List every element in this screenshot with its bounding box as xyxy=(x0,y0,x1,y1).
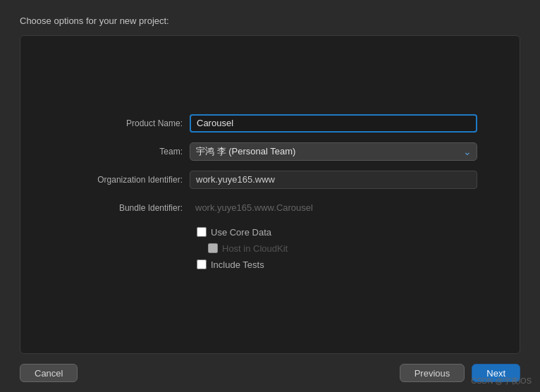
use-core-data-row: Use Core Data xyxy=(63,227,477,238)
previous-button[interactable]: Previous xyxy=(400,364,465,382)
use-core-data-label: Use Core Data xyxy=(211,227,271,238)
team-label: Team: xyxy=(63,147,190,157)
dialog-title: Choose options for your new project: xyxy=(20,16,169,26)
include-tests-row: Include Tests xyxy=(63,259,477,270)
product-name-label: Product Name: xyxy=(63,118,190,128)
team-row: Team: 宇鸿 李 (Personal Team) ⌄ xyxy=(63,142,477,161)
form-area: Product Name: Team: 宇鸿 李 (Personal Team)… xyxy=(20,86,520,304)
org-id-row: Organization Identifier: xyxy=(63,171,477,189)
bundle-id-value: work.yuye165.www.Carousel xyxy=(190,199,477,217)
product-name-row: Product Name: xyxy=(63,114,477,133)
use-core-data-checkbox[interactable] xyxy=(197,227,207,237)
team-select-wrapper: 宇鸿 李 (Personal Team) ⌄ xyxy=(190,142,477,161)
include-tests-label: Include Tests xyxy=(211,259,264,270)
watermark: CSDN @宇夜iOS xyxy=(471,376,532,386)
team-select[interactable]: 宇鸿 李 (Personal Team) xyxy=(190,142,477,161)
dialog-footer: Cancel Previous Next xyxy=(0,354,540,392)
dialog-content: Product Name: Team: 宇鸿 李 (Personal Team)… xyxy=(20,35,520,354)
host-in-cloudkit-row: Host in CloudKit xyxy=(63,243,477,254)
org-id-input[interactable] xyxy=(190,171,477,189)
bundle-id-label: Bundle Identifier: xyxy=(63,203,190,213)
include-tests-checkbox[interactable] xyxy=(197,259,207,269)
org-id-label: Organization Identifier: xyxy=(63,175,190,185)
product-name-input[interactable] xyxy=(190,114,477,133)
host-in-cloudkit-checkbox[interactable] xyxy=(208,243,218,253)
dialog-header: Choose options for your new project: xyxy=(0,0,540,35)
dialog-container: Choose options for your new project: Pro… xyxy=(0,0,540,392)
host-in-cloudkit-label: Host in CloudKit xyxy=(222,243,288,254)
bundle-id-row: Bundle Identifier: work.yuye165.www.Caro… xyxy=(63,199,477,217)
cancel-button[interactable]: Cancel xyxy=(20,364,78,382)
footer-left: Cancel xyxy=(20,364,78,382)
